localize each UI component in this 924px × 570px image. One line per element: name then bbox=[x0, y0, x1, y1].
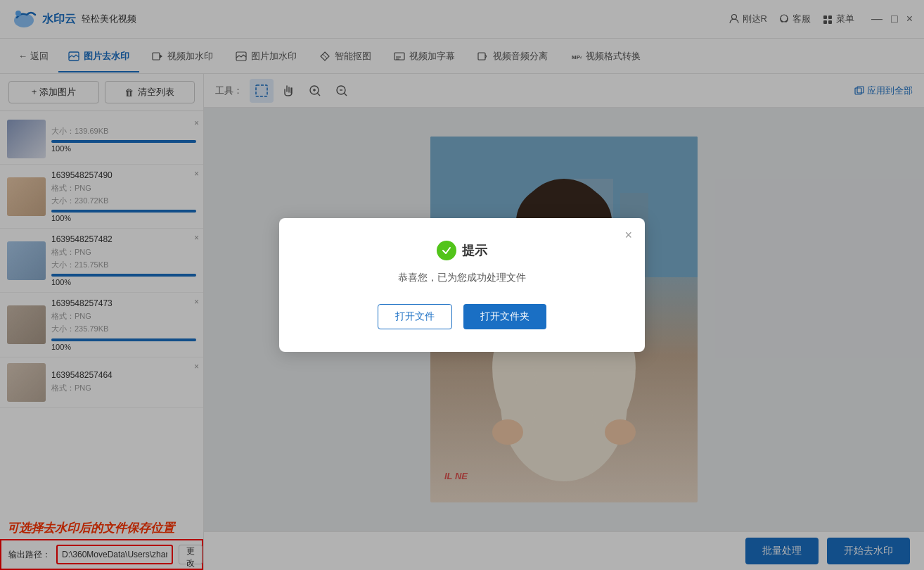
success-dialog: × 提示 恭喜您，已为您成功处理文件 打开文件 打开文件夹 bbox=[279, 218, 645, 352]
dialog-close-btn[interactable]: × bbox=[624, 228, 632, 243]
dialog-message: 恭喜您，已为您成功处理文件 bbox=[307, 272, 617, 284]
success-icon bbox=[437, 241, 456, 260]
dialog-buttons: 打开文件 打开文件夹 bbox=[307, 304, 617, 329]
checkmark-icon bbox=[441, 245, 452, 256]
dialog-overlay: × 提示 恭喜您，已为您成功处理文件 打开文件 打开文件夹 bbox=[0, 0, 924, 570]
dialog-title: 提示 bbox=[462, 242, 487, 259]
open-folder-dialog-btn[interactable]: 打开文件夹 bbox=[463, 304, 546, 329]
open-file-btn[interactable]: 打开文件 bbox=[378, 304, 452, 329]
dialog-title-row: 提示 bbox=[307, 241, 617, 260]
